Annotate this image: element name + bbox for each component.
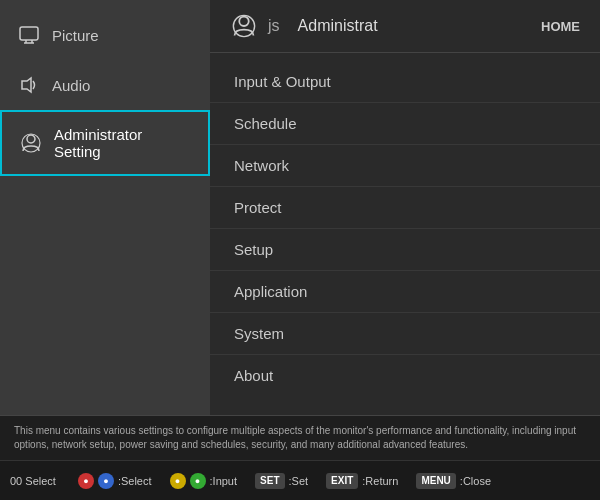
picture-icon	[18, 24, 40, 46]
control-set-label: :Set	[289, 475, 309, 487]
sidebar-item-picture[interactable]: Picture	[0, 10, 210, 60]
control-select: ● ● :Select	[78, 473, 152, 489]
control-menu-label: :Close	[460, 475, 491, 487]
info-bar-text: This menu contains various settings to c…	[14, 425, 576, 450]
svg-point-7	[239, 17, 248, 26]
set-btn[interactable]: SET	[255, 473, 284, 489]
bottom-left-label: 00 Select	[10, 475, 56, 487]
sidebar-item-audio[interactable]: Audio	[0, 60, 210, 110]
panel-header-subtitle: js	[268, 17, 280, 35]
svg-rect-0	[20, 27, 38, 40]
circle-btn-red: ●	[78, 473, 94, 489]
sidebar-item-admin[interactable]: Administrator Setting	[0, 110, 210, 176]
admin-icon	[20, 132, 42, 154]
control-input: ● ● :Input	[170, 473, 238, 489]
sidebar-item-admin-label: Administrator Setting	[54, 126, 190, 160]
control-set: SET :Set	[255, 473, 308, 489]
menu-item-4[interactable]: Setup	[210, 229, 600, 271]
sidebar: Picture Audio Administrator S	[0, 0, 210, 440]
menu-item-5[interactable]: Application	[210, 271, 600, 313]
audio-icon	[18, 74, 40, 96]
control-exit: EXIT :Return	[326, 473, 398, 489]
main-panel: js Administrat HOME Input & OutputSchedu…	[210, 0, 600, 440]
control-input-label: :Input	[210, 475, 238, 487]
svg-point-5	[27, 135, 35, 143]
menu-btn[interactable]: MENU	[416, 473, 455, 489]
circle-btn-green: ●	[190, 473, 206, 489]
svg-marker-4	[22, 78, 31, 92]
control-select-label: :Select	[118, 475, 152, 487]
menu-item-7[interactable]: About	[210, 355, 600, 396]
panel-header: js Administrat HOME	[210, 0, 600, 53]
circle-btn-blue: ●	[98, 473, 114, 489]
menu-item-3[interactable]: Protect	[210, 187, 600, 229]
menu-item-1[interactable]: Schedule	[210, 103, 600, 145]
info-bar: This menu contains various settings to c…	[0, 415, 600, 460]
controls-bar: 00 Select ● ● :Select ● ● :Input SET :Se…	[0, 460, 600, 500]
menu-item-2[interactable]: Network	[210, 145, 600, 187]
circle-btn-yellow: ●	[170, 473, 186, 489]
menu-list: Input & OutputScheduleNetworkProtectSetu…	[210, 53, 600, 404]
control-exit-label: :Return	[362, 475, 398, 487]
menu-item-6[interactable]: System	[210, 313, 600, 355]
exit-btn[interactable]: EXIT	[326, 473, 358, 489]
control-menu: MENU :Close	[416, 473, 491, 489]
sidebar-item-picture-label: Picture	[52, 27, 99, 44]
menu-item-0[interactable]: Input & Output	[210, 61, 600, 103]
home-label[interactable]: HOME	[541, 19, 580, 34]
main-container: Picture Audio Administrator S	[0, 0, 600, 440]
sidebar-item-audio-label: Audio	[52, 77, 90, 94]
panel-header-title: Administrat	[298, 17, 531, 35]
panel-header-admin-icon	[230, 12, 258, 40]
